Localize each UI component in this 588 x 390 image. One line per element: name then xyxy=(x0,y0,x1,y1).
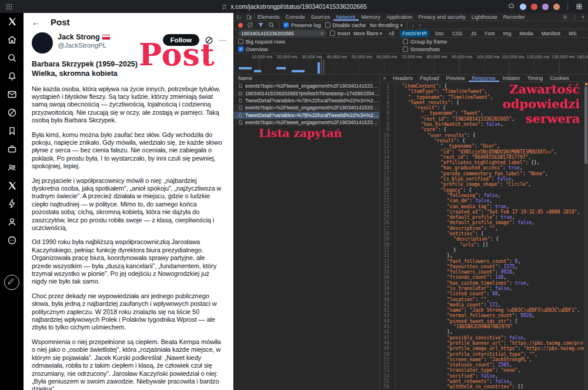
invert-checkbox[interactable]: Invert xyxy=(330,31,350,36)
devtools-tab-memory[interactable]: Memory xyxy=(359,13,384,21)
devtools-tab-lighthouse[interactable]: Lighthouse xyxy=(469,13,500,21)
grok-icon[interactable] xyxy=(7,108,17,118)
filter-chip-img[interactable]: Img xyxy=(500,30,514,37)
author-avatar[interactable] xyxy=(32,32,53,54)
communities-icon[interactable] xyxy=(7,162,17,172)
response-code: 1"itemContent": {2"itemType": "TimelineT… xyxy=(380,82,588,390)
filter-chip-ws[interactable]: WS xyxy=(566,30,580,37)
response-tab-response[interactable]: Response xyxy=(469,75,500,82)
devtools-close-icon[interactable]: × xyxy=(582,14,584,20)
filter-icon[interactable] xyxy=(258,22,264,28)
filter-chip-fetch-xhr[interactable]: Fetch/XHR xyxy=(399,30,430,37)
annotation-queries: Lista zapytań xyxy=(259,126,342,139)
device-toolbar-icon[interactable] xyxy=(244,13,254,21)
author-meta[interactable]: Jack Strong @JackStrongPL xyxy=(58,32,110,50)
devtools-tab-sources[interactable]: Sources xyxy=(308,13,333,21)
verified-orgs-icon[interactable] xyxy=(7,199,17,209)
network-request-row[interactable]: 1903401415336202665?prefetchTimestamp=17… xyxy=(234,89,379,96)
response-tab-headers[interactable]: Headers xyxy=(389,75,416,82)
response-code-line: 51"screen_name": "JackStrongPL", xyxy=(380,357,584,362)
extension-icon[interactable] xyxy=(542,4,549,10)
filter-chip-js[interactable]: JS xyxy=(467,30,479,37)
clear-network-log-icon[interactable] xyxy=(247,22,253,28)
profile-icon[interactable] xyxy=(7,217,17,227)
response-tab-payload[interactable]: Payload xyxy=(416,75,443,82)
inspect-element-icon[interactable] xyxy=(234,13,244,21)
jobs-icon[interactable] xyxy=(7,144,17,154)
devtools-tab-application[interactable]: Application xyxy=(383,13,415,21)
extensions-icon[interactable] xyxy=(508,3,515,10)
option-big-request-rows[interactable]: Big request rows xyxy=(238,39,403,45)
notifications-icon[interactable] xyxy=(7,71,17,81)
tab-overview-icon[interactable] xyxy=(576,3,583,10)
home-icon[interactable] xyxy=(7,35,17,45)
network-filter-input[interactable]: 1903401415336202665 × xyxy=(238,30,326,36)
devtools-menu-icon[interactable]: ⋮ xyxy=(572,14,577,20)
devtools-tab-console[interactable]: Console xyxy=(283,13,308,21)
close-detail-icon[interactable]: × xyxy=(380,75,389,82)
response-code-line: 18"is_blue_verified": false, xyxy=(380,176,584,182)
extension-icon[interactable] xyxy=(520,4,526,10)
back-icon[interactable]: ← xyxy=(32,18,40,27)
option-group-by-frame[interactable]: Group by frame xyxy=(403,39,584,45)
response-tab-preview[interactable]: Preview xyxy=(443,75,469,82)
address-bar[interactable]: x.com/jackstrongpl/status/19034014153362… xyxy=(221,3,367,10)
name-column-header[interactable]: Name xyxy=(234,75,379,82)
network-request-row[interactable]: TweetDetail?variables=%7B%22focalTweetId… xyxy=(234,112,379,119)
network-request-row[interactable]: events?topic=%2Ftweet_engagement%2F19034… xyxy=(234,119,379,126)
response-code-line: 56"withheld_in_countries": [] xyxy=(380,384,584,389)
filter-chip-font[interactable]: Font xyxy=(482,30,497,37)
filter-chip-css[interactable]: CSS xyxy=(449,30,465,37)
network-request-row[interactable]: events?topic=%2Ftweet_engagement%2F19034… xyxy=(234,82,379,89)
export-har-icon[interactable]: ↑ xyxy=(419,22,422,28)
disable-cache-checkbox[interactable]: Disable cache xyxy=(325,22,366,28)
response-tab-cookies[interactable]: Cookies xyxy=(546,75,573,82)
x-logo-icon[interactable] xyxy=(7,16,17,26)
bookmarks-icon[interactable] xyxy=(7,126,17,136)
network-request-row[interactable]: TweetDetail?variables=%7B%22focalTweetId… xyxy=(234,97,379,104)
filter-chip-manifest[interactable]: Manifest xyxy=(539,30,563,37)
compose-button[interactable] xyxy=(4,275,19,290)
response-code-line: 26"default_profile_image": false, xyxy=(380,220,584,225)
scrollbar-thumb[interactable] xyxy=(584,86,587,164)
apps-grid-icon[interactable] xyxy=(5,3,13,11)
premium-icon[interactable] xyxy=(7,181,17,191)
site-controls-icon[interactable] xyxy=(221,4,228,10)
response-code-line: 11"result": { xyxy=(380,138,584,144)
response-code-line: 31} xyxy=(380,248,584,253)
browser-menu-icon[interactable]: ⋮ xyxy=(564,3,571,11)
preserve-log-checkbox[interactable]: Preserve log xyxy=(283,22,321,28)
filter-value: 1903401415336202665 xyxy=(241,31,294,36)
response-scrollbar[interactable] xyxy=(584,82,588,390)
filter-chip-media[interactable]: Media xyxy=(517,30,536,37)
throttling-select[interactable]: No throttling ▾ xyxy=(370,22,403,28)
search-icon[interactable] xyxy=(268,22,275,28)
devtools-tab-elements[interactable]: Elements xyxy=(255,13,283,21)
filter-chip-all[interactable]: All xyxy=(386,30,397,37)
extension-icon[interactable] xyxy=(531,4,537,10)
network-overview[interactable]: 10,000 ms20,000 ms30,000 ms40,000 ms50,0… xyxy=(234,54,588,75)
filter-chip-wasm[interactable]: Wasm xyxy=(582,30,584,37)
more-options-icon[interactable]: ⋯ xyxy=(219,36,226,45)
messages-icon[interactable] xyxy=(7,89,17,99)
response-tab-timing[interactable]: Timing xyxy=(524,75,547,82)
network-overview-bar xyxy=(239,67,252,69)
response-tab-initiator[interactable]: Initiator xyxy=(499,75,524,82)
option-overview[interactable]: Overview xyxy=(238,46,403,52)
search-icon[interactable] xyxy=(7,53,17,63)
more-icon[interactable] xyxy=(7,235,17,245)
profile-avatar[interactable] xyxy=(553,4,560,10)
import-har-icon[interactable]: ↓ xyxy=(412,22,415,28)
devtools-tab-network[interactable]: Network xyxy=(333,13,359,21)
browser-toolbar-icons: ⋮ xyxy=(508,3,583,11)
devtools-tab-privacy-and-security[interactable]: Privacy and security xyxy=(415,13,469,21)
network-request-row[interactable]: events?topic=%2Ftweet_engagement%2F19034… xyxy=(234,104,379,111)
filter-chip-doc[interactable]: Doc xyxy=(432,30,447,37)
record-button[interactable] xyxy=(238,23,243,28)
clear-filter-icon[interactable]: × xyxy=(320,31,323,36)
settings-gear-icon[interactable] xyxy=(562,14,568,20)
doc-icon xyxy=(238,98,243,103)
option-screenshots[interactable]: Screenshots xyxy=(403,46,584,52)
more-filters-button[interactable]: More filters ▾ xyxy=(353,31,382,36)
devtools-tab-recorder[interactable]: Recorder xyxy=(500,13,528,21)
